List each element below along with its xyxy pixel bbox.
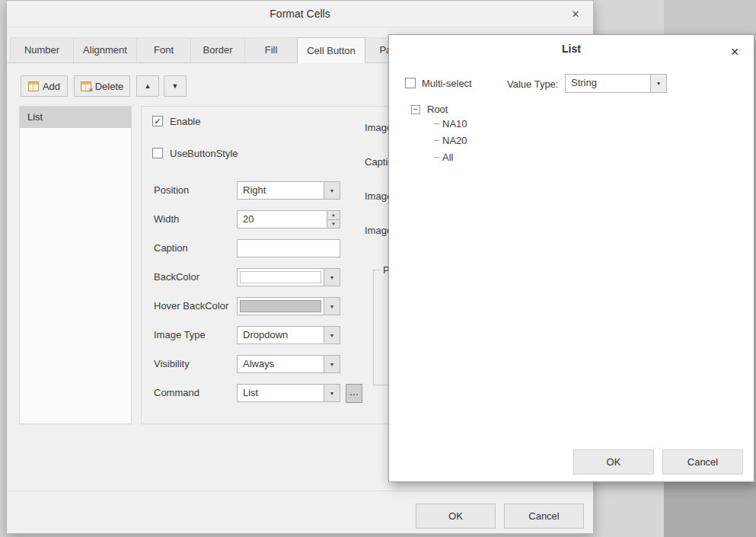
ok-button-label: OK (448, 510, 463, 522)
visibility-label: Visibility (154, 355, 190, 373)
usebuttonstyle-checkbox[interactable] (152, 148, 163, 158)
value-type-dropdown[interactable]: String ▼ (565, 74, 667, 93)
down-arrow-icon: ▼ (172, 82, 179, 90)
spin-down-button[interactable]: ▼ (327, 220, 340, 229)
chevron-down-icon[interactable]: ▼ (324, 385, 340, 401)
chevron-down-icon[interactable]: ▼ (324, 327, 340, 344)
tree-node-na20[interactable]: NA20 (434, 134, 467, 146)
image-type-dropdown[interactable]: Dropdown ▼ (237, 326, 340, 344)
tree-root-label: Root (427, 104, 448, 116)
tab-label: Border (203, 44, 232, 56)
backcolor-dropdown[interactable]: ▼ (237, 268, 340, 286)
tab-border[interactable]: Border (190, 37, 245, 62)
enable-label: Enable (170, 116, 200, 127)
list-dialog-title: List (389, 43, 754, 55)
width-value: 20 (238, 211, 327, 228)
backcolor-label: BackColor (154, 268, 199, 286)
spin-up-button[interactable]: ▲ (327, 211, 340, 220)
delete-button[interactable]: ✕ Delete (74, 75, 130, 97)
image-type-value: Dropdown (238, 327, 324, 344)
close-button[interactable]: ✕ (726, 43, 743, 60)
cancel-button[interactable]: Cancel (504, 503, 584, 529)
tab-fill[interactable]: Fill (244, 37, 298, 62)
hover-backcolor-label: Hover BackColor (154, 297, 228, 315)
title-bar[interactable]: Format Cells (7, 1, 593, 27)
list-item-label: List (27, 111, 43, 123)
ok-button-label: OK (607, 456, 621, 468)
hover-backcolor-dropdown[interactable]: ▼ (237, 297, 340, 315)
usebuttonstyle-label: UseButtonStyle (170, 148, 238, 159)
caption-label: Caption (154, 239, 188, 257)
position-label: Position (154, 181, 189, 200)
ellipsis-icon: … (349, 386, 359, 398)
tree-node-all[interactable]: All (434, 151, 453, 163)
spinner-buttons: ▲ ▼ (327, 211, 340, 228)
chevron-down-icon[interactable]: ▼ (650, 75, 666, 92)
tree-line (434, 123, 439, 124)
visibility-dropdown[interactable]: Always ▼ (237, 355, 340, 373)
hover-backcolor-swatch (240, 300, 321, 312)
up-arrow-icon: ▲ (145, 82, 152, 90)
width-spinner[interactable]: 20 ▲ ▼ (237, 210, 340, 229)
close-icon: ✕ (730, 46, 739, 58)
cancel-button[interactable]: Cancel (662, 449, 743, 475)
close-button[interactable]: ✕ (567, 6, 584, 23)
ok-button[interactable]: OK (416, 503, 496, 529)
add-button[interactable]: Add (21, 75, 68, 97)
cancel-button-label: Cancel (528, 510, 559, 522)
tab-font[interactable]: Font (136, 37, 191, 62)
image-type-label: Image Type (154, 326, 206, 344)
dialog-title: List (562, 43, 581, 55)
tree-line (434, 157, 439, 158)
chevron-down-icon[interactable]: ▼ (324, 298, 340, 315)
width-label: Width (154, 210, 179, 229)
tree-node-na10[interactable]: NA10 (434, 117, 467, 129)
position-value: Right (238, 182, 324, 199)
visibility-value: Always (238, 356, 324, 372)
tab-number[interactable]: Number (10, 37, 74, 62)
tab-cell-button[interactable]: Cell Button (297, 37, 365, 63)
dialog-title: Format Cells (270, 8, 330, 20)
command-value: List (238, 385, 324, 401)
command-label: Command (154, 384, 199, 402)
move-up-button[interactable]: ▲ (136, 75, 159, 97)
tab-strip: Number Alignment Font Border Fill Cell B… (10, 37, 411, 63)
close-icon: ✕ (572, 8, 580, 20)
caption-input[interactable] (237, 239, 340, 257)
cell-button-list-panel: List (19, 106, 132, 424)
background-panel-dark (664, 482, 756, 537)
tab-label: Fill (265, 44, 278, 56)
tree-node-label: All (442, 152, 453, 163)
chevron-down-icon[interactable]: ▼ (324, 269, 340, 286)
check-icon: ✓ (154, 117, 161, 126)
tab-label: Font (154, 44, 174, 56)
tab-alignment[interactable]: Alignment (73, 37, 137, 62)
value-type-value: String (566, 75, 650, 92)
cancel-button-label: Cancel (687, 456, 718, 468)
position-dropdown[interactable]: Right ▼ (237, 181, 340, 200)
add-button-label: Add (43, 81, 60, 92)
delete-x-icon: ✕ (88, 87, 94, 94)
list-item-selected[interactable]: List (20, 107, 131, 128)
footer-divider (7, 491, 593, 491)
add-icon (28, 82, 39, 91)
ok-button[interactable]: OK (573, 449, 654, 475)
delete-icon: ✕ (81, 82, 91, 91)
delete-button-label: Delete (95, 81, 124, 92)
tree-line (434, 140, 439, 141)
enable-checkbox[interactable]: ✓ (152, 116, 163, 126)
multi-select-checkbox[interactable] (405, 78, 416, 88)
chevron-down-icon[interactable]: ▼ (324, 182, 340, 199)
screen: Format Cells ✕ Number Alignment Font Bor… (0, 0, 756, 537)
tree-node-label: NA20 (442, 135, 467, 146)
chevron-down-icon[interactable]: ▼ (324, 356, 340, 372)
backcolor-swatch (240, 271, 321, 283)
tab-label: Number (24, 44, 59, 56)
tab-label: Cell Button (307, 45, 356, 56)
command-dropdown[interactable]: List ▼ (237, 384, 340, 402)
command-ellipsis-button[interactable]: … (346, 384, 362, 403)
tab-label: Alignment (83, 44, 127, 56)
caption-value (238, 240, 340, 257)
collapse-icon[interactable]: − (411, 105, 420, 114)
move-down-button[interactable]: ▼ (164, 75, 187, 97)
